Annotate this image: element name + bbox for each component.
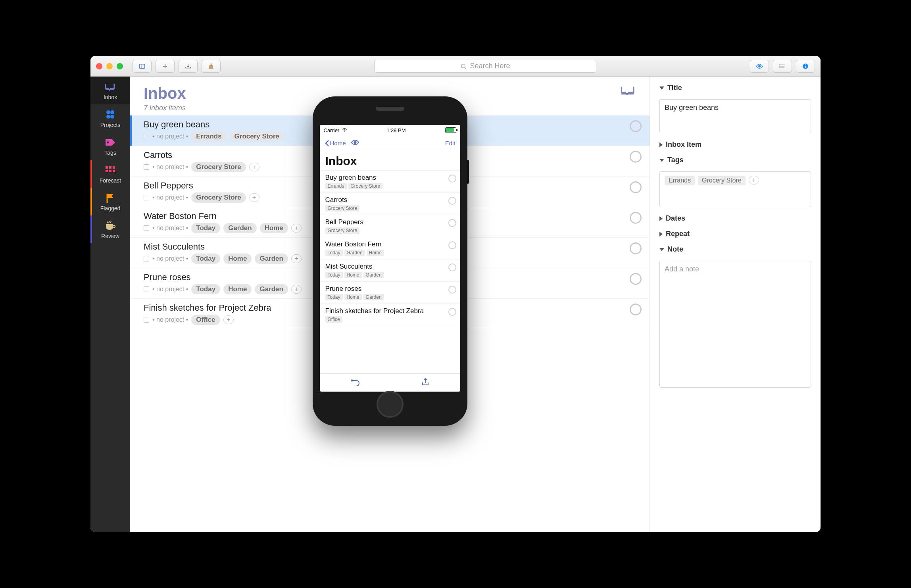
phone-complete-checkbox[interactable]: [448, 219, 456, 227]
phone-task-title: Mist Succulents: [325, 263, 444, 271]
inspector-panel: Title Buy green beans Inbox Item Tags Er…: [650, 77, 821, 532]
tag-pill[interactable]: Errands: [191, 131, 226, 142]
phone-task-row[interactable]: Prune rosesTodayHomeGarden: [320, 282, 460, 304]
title-field[interactable]: Buy green beans: [659, 99, 811, 133]
tag-pill[interactable]: Grocery Store: [230, 131, 284, 142]
add-tag-button[interactable]: +: [291, 285, 302, 294]
svg-rect-24: [106, 170, 108, 172]
close-window-button[interactable]: [96, 63, 102, 69]
complete-checkbox[interactable]: [630, 151, 642, 163]
phone-nav: Home Edit: [320, 135, 460, 151]
complete-checkbox[interactable]: [630, 212, 642, 224]
phone-tag-pill: Garden: [344, 250, 365, 256]
phone-task-tags: Office: [325, 316, 444, 323]
minimize-window-button[interactable]: [106, 63, 113, 69]
sidebar-item-label: Review: [101, 233, 119, 239]
complete-checkbox[interactable]: [630, 181, 642, 193]
cleanup-button[interactable]: [202, 60, 221, 73]
sidebar-item-projects[interactable]: Projects: [90, 104, 130, 132]
inspector-toggle-button[interactable]: [796, 60, 815, 73]
tag-pill[interactable]: Garden: [255, 254, 288, 264]
tag-pill[interactable]: Today: [191, 284, 220, 294]
tag-pill[interactable]: Home: [260, 223, 288, 233]
sidebar-item-flagged[interactable]: Flagged: [90, 188, 130, 215]
page-subtitle: 7 inbox items: [144, 104, 186, 112]
tag-pill[interactable]: Home: [223, 284, 252, 294]
phone-complete-checkbox[interactable]: [448, 241, 456, 249]
inspector-tag-pill[interactable]: Errands: [665, 176, 695, 185]
phone-task-row[interactable]: Water Boston FernTodayGardenHome: [320, 237, 460, 259]
phone-view-icon[interactable]: [351, 139, 359, 147]
sidebar-item-review[interactable]: Review: [90, 215, 130, 243]
new-item-button[interactable]: [156, 60, 175, 73]
phone-back-button[interactable]: Home: [325, 140, 346, 147]
svg-rect-14: [805, 65, 806, 67]
tags-field[interactable]: ErrandsGrocery Store+: [659, 171, 811, 207]
add-tag-button[interactable]: +: [749, 176, 759, 184]
tag-pill[interactable]: Office: [191, 315, 220, 325]
phone-task-row[interactable]: CarrotsGrocery Store: [320, 193, 460, 215]
phone-complete-checkbox[interactable]: [448, 197, 456, 205]
note-field[interactable]: Add a note: [659, 261, 811, 388]
phone-task-row[interactable]: Bell PeppersGrocery Store: [320, 215, 460, 237]
tag-pill[interactable]: Garden: [223, 223, 257, 233]
tag-pill[interactable]: Today: [191, 254, 220, 264]
phone-complete-checkbox[interactable]: [448, 175, 456, 183]
phone-complete-checkbox[interactable]: [448, 263, 456, 271]
inspector-section-note[interactable]: Note: [659, 245, 811, 254]
view-perspective-button[interactable]: [750, 60, 769, 73]
add-tag-button[interactable]: +: [249, 163, 259, 171]
chevron-left-icon: [325, 140, 329, 147]
inspector-section-repeat[interactable]: Repeat: [659, 230, 811, 238]
inspector-tag-pill[interactable]: Grocery Store: [698, 176, 746, 185]
add-tag-button[interactable]: +: [223, 315, 234, 324]
add-tag-button[interactable]: +: [249, 193, 259, 202]
tag-pill[interactable]: Grocery Store: [191, 162, 246, 172]
sidebar-item-tags[interactable]: Tags: [90, 132, 130, 160]
inspector-section-title[interactable]: Title: [659, 84, 811, 92]
svg-point-16: [106, 110, 110, 114]
phone-task-tags: TodayGardenHome: [325, 250, 444, 256]
view-options-button[interactable]: [773, 60, 792, 73]
complete-checkbox[interactable]: [630, 273, 642, 285]
phone-task-row[interactable]: Finish sketches for Project ZebraOffice: [320, 304, 460, 326]
phone-mockup: Carrier 1:39 PM Home: [313, 96, 467, 426]
phone-edit-button[interactable]: Edit: [445, 140, 456, 146]
tag-pill[interactable]: Garden: [255, 284, 288, 294]
phone-complete-checkbox[interactable]: [448, 308, 456, 316]
tag-pill[interactable]: Today: [191, 223, 220, 233]
phone-task-title: Water Boston Fern: [325, 240, 444, 248]
add-tag-button[interactable]: +: [291, 224, 302, 233]
complete-checkbox[interactable]: [630, 120, 642, 132]
search-field[interactable]: Search Here: [374, 60, 596, 73]
svg-point-20: [107, 142, 109, 144]
note-icon: [144, 225, 149, 231]
phone-share-button[interactable]: [421, 378, 430, 388]
sidebar-item-forecast[interactable]: Forecast: [90, 160, 130, 188]
phone-task-title: Carrots: [325, 196, 444, 204]
toggle-sidebar-button[interactable]: [133, 60, 152, 73]
phone-tag-pill: Home: [344, 294, 362, 300]
phone-complete-checkbox[interactable]: [448, 286, 456, 294]
svg-point-29: [354, 141, 356, 144]
phone-task-row[interactable]: Mist SucculentsTodayHomeGarden: [320, 259, 460, 282]
battery-icon: [445, 127, 456, 133]
zoom-window-button[interactable]: [117, 63, 123, 69]
inspector-section-tags[interactable]: Tags: [659, 156, 811, 164]
phone-back-label: Home: [330, 140, 346, 146]
quick-entry-button[interactable]: [179, 60, 198, 73]
tag-pill[interactable]: Grocery Store: [191, 192, 246, 203]
phone-undo-button[interactable]: [350, 378, 360, 387]
sidebar-item-label: Inbox: [104, 94, 117, 100]
sidebar-item-inbox[interactable]: Inbox: [90, 77, 130, 104]
phone-tag-pill: Office: [325, 316, 342, 323]
complete-checkbox[interactable]: [630, 304, 642, 315]
inspector-section-dates[interactable]: Dates: [659, 214, 811, 223]
inspector-section-inbox-item[interactable]: Inbox Item: [659, 140, 811, 149]
complete-checkbox[interactable]: [630, 242, 642, 254]
project-label: • no project •: [152, 194, 188, 201]
phone-task-tags: TodayHomeGarden: [325, 294, 444, 300]
add-tag-button[interactable]: +: [291, 254, 302, 263]
phone-task-row[interactable]: Buy green beansErrandsGrocery Store: [320, 171, 460, 193]
tag-pill[interactable]: Home: [223, 254, 252, 264]
